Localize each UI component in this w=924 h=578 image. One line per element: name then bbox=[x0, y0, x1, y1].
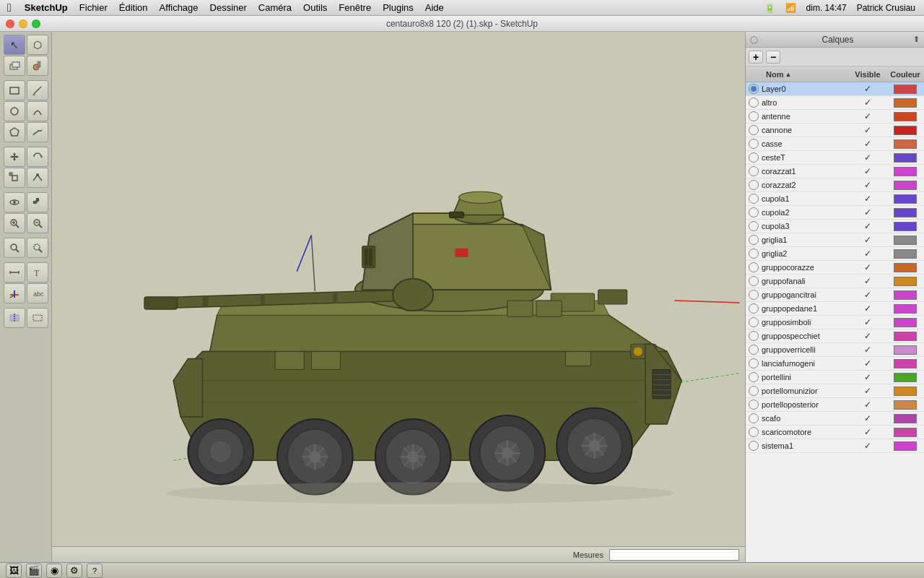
tool-component[interactable]: ⬡ bbox=[27, 35, 48, 55]
menu-aide[interactable]: Aide bbox=[419, 0, 450, 15]
add-layer-button[interactable]: + bbox=[749, 51, 763, 64]
layer-radio[interactable] bbox=[749, 441, 759, 451]
layer-color-swatch[interactable] bbox=[886, 139, 924, 149]
tool-zoom-in[interactable] bbox=[4, 213, 25, 233]
tool-zoom-window[interactable] bbox=[27, 238, 48, 258]
settings-icon[interactable]: ⚙ bbox=[66, 564, 82, 578]
layer-visible-toggle[interactable]: ✓ bbox=[849, 413, 886, 423]
tool-pencil[interactable] bbox=[27, 80, 48, 100]
layer-row[interactable]: gruppopedane1✓ bbox=[746, 302, 924, 316]
tool-rectangle[interactable] bbox=[4, 80, 25, 100]
tool-hidden-geometry[interactable] bbox=[27, 308, 48, 328]
layer-row[interactable]: gruppoverricelli✓ bbox=[746, 343, 924, 357]
layer-row[interactable]: scafo✓ bbox=[746, 412, 924, 426]
layer-color-swatch[interactable] bbox=[886, 153, 924, 163]
layer-visible-toggle[interactable]: ✓ bbox=[849, 441, 886, 451]
layer-radio[interactable] bbox=[749, 125, 759, 135]
layer-color-swatch[interactable] bbox=[886, 263, 924, 272]
layer-radio[interactable] bbox=[749, 290, 759, 300]
layer-row[interactable]: altro✓ bbox=[746, 96, 924, 110]
layer-color-swatch[interactable] bbox=[886, 222, 924, 231]
layer-visible-toggle[interactable]: ✓ bbox=[849, 303, 886, 314]
layer-visible-toggle[interactable]: ✓ bbox=[849, 98, 886, 108]
layer-row[interactable]: sistema1✓ bbox=[746, 439, 924, 453]
layer-color-swatch[interactable] bbox=[886, 304, 924, 314]
layer-visible-toggle[interactable]: ✓ bbox=[849, 317, 886, 327]
menu-fenetre[interactable]: Fenêtre bbox=[333, 0, 377, 15]
layer-radio[interactable] bbox=[749, 249, 759, 259]
layer-visible-toggle[interactable]: ✓ bbox=[849, 180, 886, 190]
layer-row[interactable]: portellini✓ bbox=[746, 371, 924, 384]
sphere-icon[interactable]: ◉ bbox=[46, 564, 62, 578]
layer-row[interactable]: cannone✓ bbox=[746, 124, 924, 137]
layer-visible-toggle[interactable]: ✓ bbox=[849, 372, 886, 382]
close-button[interactable] bbox=[6, 20, 14, 28]
layer-row[interactable]: gruppogancitrai✓ bbox=[746, 288, 924, 302]
material-icon[interactable]: 🖼 bbox=[6, 564, 22, 578]
layer-row[interactable]: gruppospecchiet✓ bbox=[746, 329, 924, 343]
layer-color-swatch[interactable] bbox=[886, 277, 924, 286]
menu-fichier[interactable]: Fichier bbox=[74, 0, 113, 15]
tool-followme[interactable] bbox=[27, 168, 48, 188]
layer-radio[interactable] bbox=[749, 84, 759, 94]
layer-color-swatch[interactable] bbox=[886, 98, 924, 108]
layer-radio[interactable] bbox=[749, 139, 759, 149]
remove-layer-button[interactable]: − bbox=[766, 51, 780, 64]
layer-radio[interactable] bbox=[749, 221, 759, 231]
viewport[interactable]: Mesures bbox=[52, 32, 745, 562]
layer-color-swatch[interactable] bbox=[886, 373, 924, 382]
layer-visible-toggle[interactable]: ✓ bbox=[849, 386, 886, 396]
layer-row[interactable]: cupola1✓ bbox=[746, 192, 924, 206]
layer-row[interactable]: corazzat1✓ bbox=[746, 165, 924, 178]
layer-color-swatch[interactable] bbox=[886, 387, 924, 396]
layer-radio[interactable] bbox=[749, 317, 759, 327]
apple-menu[interactable]:  bbox=[0, 1, 19, 14]
layer-radio[interactable] bbox=[749, 152, 759, 163]
tool-pan[interactable] bbox=[27, 192, 48, 212]
layer-visible-toggle[interactable]: ✓ bbox=[849, 139, 886, 149]
layer-color-swatch[interactable] bbox=[886, 249, 924, 259]
layer-row[interactable]: gruppofanali✓ bbox=[746, 275, 924, 288]
layer-radio[interactable] bbox=[749, 303, 759, 314]
tool-dimension[interactable]: abc bbox=[27, 283, 48, 303]
tool-zoom-extent[interactable] bbox=[4, 238, 25, 258]
layer-visible-toggle[interactable]: ✓ bbox=[849, 400, 886, 410]
layer-radio[interactable] bbox=[749, 180, 759, 190]
layer-radio[interactable] bbox=[749, 427, 759, 437]
tool-axes[interactable] bbox=[4, 283, 25, 303]
layer-visible-toggle[interactable]: ✓ bbox=[849, 290, 886, 300]
layer-visible-toggle[interactable]: ✓ bbox=[849, 235, 886, 245]
menu-plugins[interactable]: Plugins bbox=[377, 0, 419, 15]
layer-visible-toggle[interactable]: ✓ bbox=[849, 152, 886, 163]
layer-color-swatch[interactable] bbox=[886, 428, 924, 437]
layer-row[interactable]: lanciafumogeni✓ bbox=[746, 357, 924, 371]
tool-rotate[interactable] bbox=[27, 147, 48, 167]
layer-visible-toggle[interactable]: ✓ bbox=[849, 276, 886, 286]
tool-scale[interactable] bbox=[4, 168, 25, 188]
layer-row[interactable]: griglia1✓ bbox=[746, 233, 924, 247]
minimize-button[interactable] bbox=[19, 20, 27, 28]
layer-color-swatch[interactable] bbox=[886, 318, 924, 327]
layer-row[interactable]: cupola2✓ bbox=[746, 206, 924, 220]
layer-row[interactable]: corazzat2✓ bbox=[746, 178, 924, 192]
layer-radio[interactable] bbox=[749, 400, 759, 410]
tool-zoom-out[interactable] bbox=[27, 213, 48, 233]
layer-radio[interactable] bbox=[749, 262, 759, 272]
layer-visible-toggle[interactable]: ✓ bbox=[849, 249, 886, 259]
layer-visible-toggle[interactable]: ✓ bbox=[849, 111, 886, 121]
layer-color-swatch[interactable] bbox=[886, 236, 924, 245]
layer-visible-toggle[interactable]: ✓ bbox=[849, 207, 886, 217]
layer-color-swatch[interactable] bbox=[886, 181, 924, 190]
tool-move[interactable] bbox=[4, 147, 25, 167]
layer-radio[interactable] bbox=[749, 235, 759, 245]
layer-radio[interactable] bbox=[749, 372, 759, 382]
layer-row[interactable]: portelloposterior✓ bbox=[746, 398, 924, 412]
calques-export-icon[interactable]: ⬆ bbox=[913, 35, 920, 44]
layer-visible-toggle[interactable]: ✓ bbox=[849, 358, 886, 368]
layer-visible-toggle[interactable]: ✓ bbox=[849, 331, 886, 341]
tool-freehand[interactable] bbox=[27, 122, 48, 142]
layer-visible-toggle[interactable]: ✓ bbox=[849, 427, 886, 437]
layer-visible-toggle[interactable]: ✓ bbox=[849, 345, 886, 355]
tool-arc[interactable] bbox=[27, 101, 48, 121]
layer-visible-toggle[interactable]: ✓ bbox=[849, 125, 886, 135]
